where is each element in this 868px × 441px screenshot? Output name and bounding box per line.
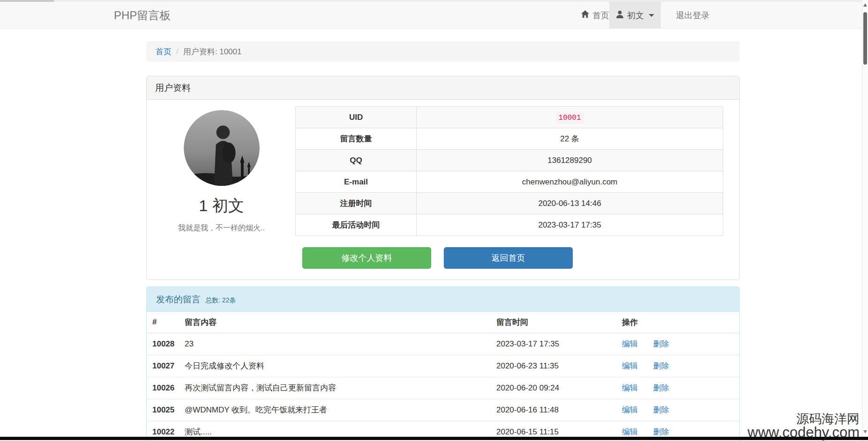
column-header-actions: 操作 [618,312,739,333]
breadcrumb-home-link[interactable]: 首页 [156,46,172,57]
watermark: 源码海洋网 www.codehy.com [748,413,860,439]
user-display-name: 1 初文 [155,195,288,217]
message-id: 10025 [147,399,181,421]
message-content: 再次测试留言内容，测试自己更新留言内容 [181,377,493,399]
messages-panel-header: 发布的留言 总数: 22条 [147,287,739,312]
field-label: 注册时间 [296,193,417,214]
message-actions: 编辑 删除 [618,355,739,377]
message-content: 今日完成修改个人资料 [181,355,493,377]
table-row: 注册时间 2020-06-13 14:46 [296,193,723,214]
back-home-button[interactable]: 返回首页 [444,247,573,269]
field-value: 2020-06-13 14:46 [417,193,723,214]
field-value: 2023-03-17 17:35 [417,214,723,236]
table-row: 10026 再次测试留言内容，测试自己更新留言内容 2020-06-20 09:… [147,377,739,399]
message-time: 2023-03-17 17:35 [493,333,618,355]
profile-info-table: UID 10001 留言数量 22 条 QQ 1361289290 [295,106,723,236]
user-icon [616,10,624,21]
main-container: 首页 / 用户资料: 10001 用户资料 [146,29,740,441]
edit-link[interactable]: 编辑 [622,361,638,370]
field-label: QQ [296,150,417,171]
delete-link[interactable]: 删除 [653,361,669,370]
home-icon [581,10,589,21]
edit-link[interactable]: 编辑 [622,383,638,392]
message-id: 10027 [147,355,181,377]
avatar [184,110,260,186]
bottom-black-bar [0,437,868,440]
profile-details: UID 10001 留言数量 22 条 QQ 1361289290 [295,106,723,269]
profile-actions: 修改个人资料 返回首页 [295,247,723,269]
messages-total-badge: 总数: 22条 [205,296,236,305]
message-content: 23 [181,333,493,355]
page: PHP留言板 首页 初文 退出登录 首页 / 用户资料: 10001 [0,0,868,441]
messages-panel-title: 发布的留言 [156,294,201,306]
message-time: 2020-06-16 11:48 [493,399,618,421]
scrollbar-thumb[interactable] [863,12,867,65]
breadcrumb: 首页 / 用户资料: 10001 [146,41,740,62]
scroll-up-icon[interactable] [863,3,867,7]
message-time: 2020-06-20 09:24 [493,377,618,399]
column-header-time: 留言时间 [493,312,618,333]
table-row: 10028 23 2023-03-17 17:35 编辑 删除 [147,333,739,355]
edit-link[interactable]: 编辑 [622,405,638,414]
watermark-site-name: 源码海洋网 [748,413,860,426]
chevron-down-icon [649,14,654,17]
nav-logout-label: 退出登录 [676,10,710,21]
delete-link[interactable]: 删除 [653,427,669,436]
user-profile-panel-title: 用户资料 [147,76,739,100]
field-value: 10001 [417,107,723,128]
message-content: @WDNMDY 收到。吃完午饭就来打王者 [181,399,493,421]
user-profile-body: 1 初文 我就是我，不一样的烟火.. UID 10001 留言数量 22 条 [147,100,739,279]
table-row: 最后活动时间 2023-03-17 17:35 [296,214,723,236]
message-actions: 编辑 删除 [618,377,739,399]
message-id: 10028 [147,333,181,355]
profile-summary: 1 初文 我就是我，不一样的烟火.. [155,106,288,269]
table-row: 10025 @WDNMDY 收到。吃完午饭就来打王者 2020-06-16 11… [147,399,739,421]
field-label: 留言数量 [296,128,417,150]
breadcrumb-separator: / [176,47,179,56]
table-row: 10027 今日完成修改个人资料 2020-06-23 11:35 编辑 删除 [147,355,739,377]
edit-link[interactable]: 编辑 [622,339,638,348]
message-actions: 编辑 删除 [618,399,739,421]
table-row: 留言数量 22 条 [296,128,723,150]
nav-item-user-dropdown[interactable]: 初文 [609,2,661,29]
field-value: 22 条 [417,128,723,150]
field-label: UID [296,107,417,128]
brand-link[interactable]: PHP留言板 [114,2,171,29]
delete-link[interactable]: 删除 [653,339,669,348]
message-id: 10026 [147,377,181,399]
table-row: E-mail chenwenzhou@aliyun.com [296,171,723,193]
nav-user-label: 初文 [627,10,644,21]
message-actions: 编辑 删除 [618,333,739,355]
scroll-down-icon[interactable] [863,430,867,434]
nav-home-label: 首页 [592,10,609,21]
navbar: PHP留言板 首页 初文 退出登录 [0,2,868,29]
messages-panel: 发布的留言 总数: 22条 # 留言内容 留言时间 操作 10028 23 [146,287,740,441]
edit-link[interactable]: 编辑 [622,427,638,436]
messages-table: # 留言内容 留言时间 操作 10028 23 2023-03-17 17:35… [147,312,739,441]
table-row: UID 10001 [296,107,723,128]
watermark-site-url: www.codehy.com [748,426,860,439]
nav-item-logout[interactable]: 退出登录 [669,2,716,29]
column-header-id: # [147,312,181,333]
user-tagline: 我就是我，不一样的烟火.. [155,223,288,233]
vertical-scrollbar[interactable] [862,0,868,441]
delete-link[interactable]: 删除 [653,383,669,392]
field-value: chenwenzhou@aliyun.com [417,171,723,193]
message-time: 2020-06-23 11:35 [493,355,618,377]
breadcrumb-current: 用户资料: 10001 [183,46,242,57]
uid-code-badge: 10001 [556,112,584,124]
table-row: QQ 1361289290 [296,150,723,171]
field-value: 1361289290 [417,150,723,171]
edit-profile-button[interactable]: 修改个人资料 [302,247,431,269]
field-label: E-mail [296,171,417,193]
user-profile-panel: 用户资料 [146,76,740,280]
field-label: 最后活动时间 [296,214,417,236]
messages-table-header-row: # 留言内容 留言时间 操作 [147,312,739,333]
delete-link[interactable]: 删除 [653,405,669,414]
column-header-content: 留言内容 [181,312,493,333]
